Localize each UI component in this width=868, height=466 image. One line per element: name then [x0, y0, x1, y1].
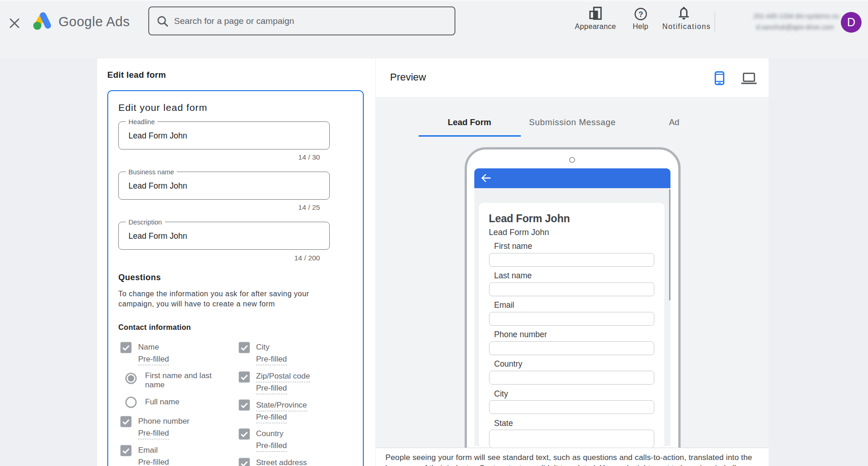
svg-text:?: ? [638, 10, 643, 18]
